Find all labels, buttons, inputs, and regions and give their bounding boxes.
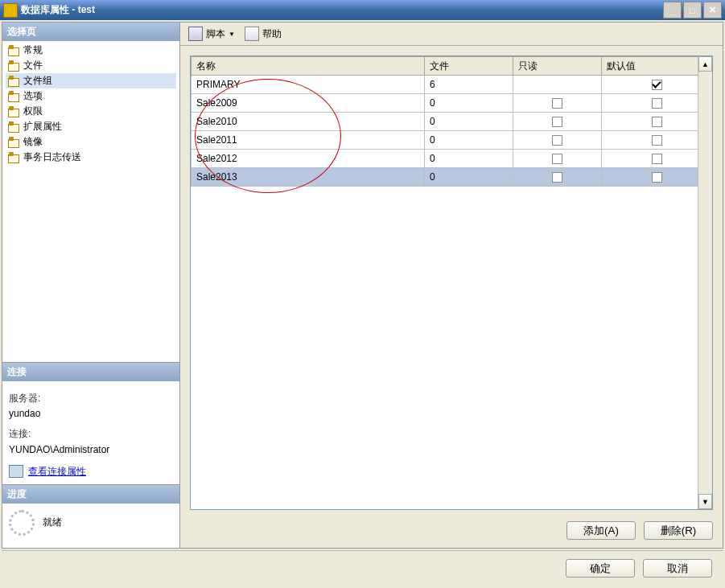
table-row[interactable]: Sale20120 (192, 150, 712, 168)
tree-item-label: 选项 (23, 89, 43, 103)
window: 数据库属性 - test _ □ ✕ 选择页 常规文件文件组选项权限扩展属性镜像… (0, 0, 725, 588)
cell-files[interactable]: 0 (425, 131, 513, 150)
add-button[interactable]: 添加(A) (566, 521, 636, 540)
cell-name[interactable]: Sale2013 (192, 168, 425, 187)
tree-item-0[interactable]: 常规 (6, 43, 176, 58)
select-page-header: 选择页 (2, 23, 179, 41)
tree-item-label: 文件 (23, 59, 43, 72)
cell-readonly[interactable] (513, 113, 602, 131)
help-button[interactable]: 帮助 (241, 26, 285, 42)
cell-readonly[interactable] (513, 131, 602, 150)
cell-readonly[interactable] (513, 76, 602, 94)
tree-item-label: 常规 (23, 43, 43, 57)
tree-item-7[interactable]: 事务日志传送 (6, 150, 176, 165)
grid-header-row[interactable]: 名称 文件 只读 默认值 (192, 57, 712, 76)
cell-files[interactable]: 0 (425, 113, 513, 131)
dialog-body: 选择页 常规文件文件组选项权限扩展属性镜像事务日志传送 连接 服务器: yund… (2, 22, 723, 549)
connection-header: 连接 (2, 363, 179, 381)
dialog-buttons: 确定 取消 (2, 550, 723, 586)
server-value: yundao (9, 406, 173, 421)
minimize-button[interactable]: _ (663, 2, 682, 19)
tree-item-label: 镜像 (23, 135, 43, 149)
window-title: 数据库属性 - test (21, 3, 663, 17)
cell-files[interactable]: 0 (425, 94, 513, 113)
cell-name[interactable]: Sale2011 (192, 131, 425, 150)
cell-name[interactable]: Sale2009 (192, 94, 425, 113)
cell-default[interactable] (602, 94, 712, 113)
help-icon (245, 27, 259, 41)
page-icon (7, 45, 20, 56)
cell-readonly[interactable] (513, 150, 602, 168)
cell-default[interactable] (602, 168, 712, 187)
default-checkbox[interactable] (652, 98, 662, 109)
tree-item-6[interactable]: 镜像 (6, 134, 176, 150)
readonly-checkbox[interactable] (552, 117, 562, 127)
table-row[interactable]: Sale20100 (192, 113, 712, 131)
tree-item-1[interactable]: 文件 (6, 58, 176, 73)
progress-header: 进度 (2, 485, 179, 504)
default-checkbox[interactable] (652, 80, 662, 90)
maximize-button[interactable]: □ (683, 2, 702, 19)
cell-name[interactable]: Sale2010 (192, 113, 425, 131)
tree-item-2[interactable]: 文件组 (6, 73, 176, 88)
tree-item-label: 扩展属性 (23, 120, 62, 134)
cell-files[interactable]: 0 (425, 168, 513, 187)
scroll-up-icon[interactable]: ▲ (698, 56, 712, 72)
col-files[interactable]: 文件 (425, 57, 513, 76)
cell-name[interactable]: Sale2012 (192, 150, 425, 168)
cell-default[interactable] (602, 131, 712, 150)
table-row[interactable]: Sale20110 (192, 131, 712, 150)
table-row[interactable]: Sale20090 (192, 94, 712, 113)
cancel-button[interactable]: 取消 (643, 559, 712, 578)
cell-default[interactable] (602, 76, 712, 94)
script-icon (188, 27, 203, 41)
readonly-checkbox[interactable] (552, 154, 562, 164)
cell-files[interactable]: 0 (425, 150, 513, 168)
connection-value: YUNDAO\Administrator (9, 442, 173, 458)
script-button[interactable]: 脚本 ▼ (185, 26, 238, 42)
connection-panel: 连接 服务器: yundao 连接: YUNDAO\Administrator … (2, 362, 179, 484)
close-button[interactable]: ✕ (703, 2, 722, 19)
tree-item-4[interactable]: 权限 (6, 104, 176, 119)
connection-body: 服务器: yundao 连接: YUNDAO\Administrator 查看连… (2, 381, 179, 484)
col-default[interactable]: 默认值 (602, 57, 712, 76)
cell-name[interactable]: PRIMARY (192, 76, 425, 94)
table-row[interactable]: PRIMARY6 (192, 76, 712, 94)
page-tree[interactable]: 常规文件文件组选项权限扩展属性镜像事务日志传送 (2, 41, 179, 362)
col-name[interactable]: 名称 (192, 57, 425, 76)
default-checkbox[interactable] (652, 117, 662, 127)
right-pane: 脚本 ▼ 帮助 名称 文件 只读 默认值 (180, 23, 723, 548)
page-icon (7, 76, 20, 87)
cell-default[interactable] (602, 150, 712, 168)
readonly-checkbox[interactable] (552, 135, 562, 146)
view-connection-properties-link[interactable]: 查看连接属性 (9, 464, 173, 479)
ok-button[interactable]: 确定 (566, 559, 635, 578)
tree-item-3[interactable]: 选项 (6, 88, 176, 104)
progress-panel: 进度 就绪 (2, 484, 179, 542)
filegroups-grid-container: 名称 文件 只读 默认值 PRIMARY6Sale20090Sale20100S… (190, 56, 713, 510)
cell-readonly[interactable] (513, 94, 602, 113)
readonly-checkbox[interactable] (552, 98, 562, 109)
grid-scrollbar[interactable]: ▲ ▼ (698, 56, 712, 509)
tree-item-5[interactable]: 扩展属性 (6, 119, 176, 134)
cell-files[interactable]: 6 (425, 76, 513, 94)
readonly-checkbox[interactable] (552, 172, 562, 183)
filegroups-grid[interactable]: 名称 文件 只读 默认值 PRIMARY6Sale20090Sale20100S… (191, 56, 712, 187)
table-row[interactable]: Sale20130 (192, 168, 712, 187)
window-controls: _ □ ✕ (663, 2, 722, 19)
col-readonly[interactable]: 只读 (513, 57, 602, 76)
default-checkbox[interactable] (652, 172, 662, 183)
properties-icon (9, 465, 23, 478)
scroll-down-icon[interactable]: ▼ (698, 494, 712, 509)
help-label: 帮助 (262, 27, 282, 41)
remove-button[interactable]: 删除(R) (644, 521, 713, 540)
page-icon (7, 91, 20, 102)
cell-readonly[interactable] (513, 168, 602, 187)
default-checkbox[interactable] (652, 135, 662, 146)
cell-default[interactable] (602, 113, 712, 131)
page-icon (7, 60, 20, 72)
default-checkbox[interactable] (652, 154, 662, 164)
titlebar[interactable]: 数据库属性 - test _ □ ✕ (0, 0, 725, 20)
connection-label: 连接: (9, 426, 173, 442)
progress-body: 就绪 (2, 504, 179, 542)
